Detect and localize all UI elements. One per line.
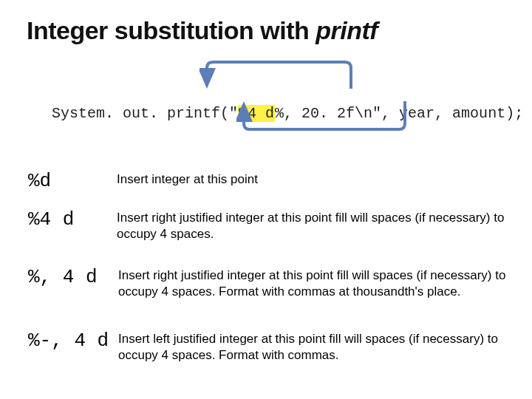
code-post: %, 20. 2f\n", year, amount);: [275, 105, 523, 122]
slide-title: Integer substitution with printf: [27, 16, 378, 45]
format-desc: Insert left justified integer at this po…: [117, 330, 510, 364]
format-desc: Insert integer at this point: [117, 170, 510, 188]
format-spec: %d: [28, 170, 117, 192]
title-text: Integer substitution with: [27, 16, 316, 44]
format-row: %d Insert integer at this point: [28, 170, 510, 192]
format-spec: %4 d: [28, 208, 117, 231]
format-spec: %-, 4 d: [28, 330, 117, 352]
title-italic: printf: [316, 16, 378, 44]
format-desc: Insert right justified integer at this p…: [117, 208, 510, 242]
slide: Integer substitution with printf System.…: [0, 0, 532, 399]
format-spec: %, 4 d: [28, 266, 117, 288]
code-highlight: %4 d: [238, 105, 275, 122]
format-row: %4 d Insert right justified integer at t…: [28, 208, 510, 242]
format-row: %, 4 d Insert right justified integer at…: [28, 266, 510, 300]
format-desc: Insert right justified integer at this p…: [117, 266, 510, 300]
format-row: %-, 4 d Insert left justified integer at…: [28, 330, 510, 364]
code-pre: System. out. printf(": [52, 105, 238, 122]
code-line: System. out. printf("%4 d%, 20. 2f\n", y…: [16, 88, 523, 139]
